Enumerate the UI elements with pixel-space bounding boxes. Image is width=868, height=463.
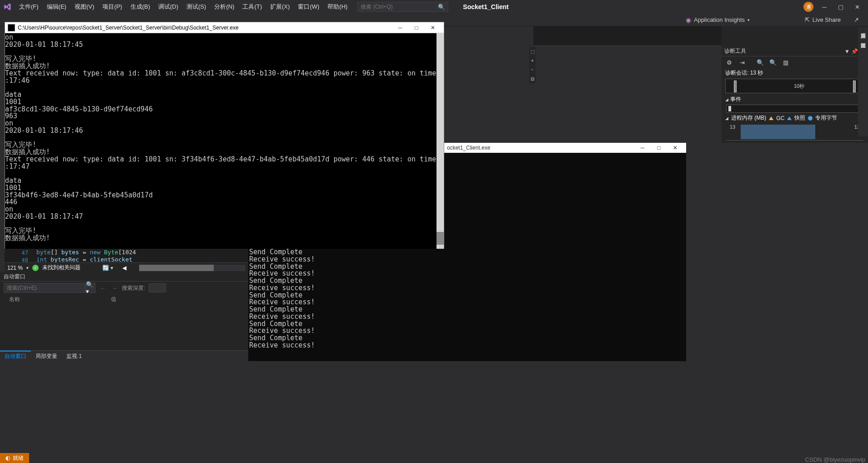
client-console-titlebar[interactable]: ocket1_Client.exe ─ □ ✕ (444, 143, 686, 153)
app-insights-button[interactable]: ◉ Application Insights ▾ (686, 16, 750, 24)
editor-gutter: 47 48 (5, 249, 36, 264)
quick-search-box[interactable]: 🔍 (357, 2, 448, 12)
gear-icon[interactable]: ⚙ (725, 58, 733, 66)
timeline-marker-end[interactable] (853, 81, 856, 92)
menu-extensions[interactable]: 扩展(X) (266, 1, 293, 12)
nav-back-icon[interactable]: 🔄 ▾ (102, 265, 113, 271)
zoom-out-icon[interactable]: 🔍 (769, 58, 777, 66)
gc-legend-label: GC (776, 115, 784, 121)
menu-file[interactable]: 文件(F) (15, 1, 42, 12)
client-close-icon[interactable]: ✕ (667, 143, 683, 152)
autos-prev-icon[interactable]: ← (99, 284, 107, 292)
share-icon: ⇱ (805, 16, 810, 23)
diagnostics-timeline[interactable]: 10秒 (725, 79, 864, 93)
events-track[interactable] (726, 105, 863, 113)
console-minimize-icon[interactable]: ─ (392, 23, 408, 32)
plus-icon[interactable]: + (531, 58, 534, 63)
autos-search-input[interactable] (4, 283, 85, 293)
export-icon[interactable]: ⇥ (738, 58, 746, 66)
code-editor-fragment[interactable]: 47 48 byte[] bytes = new Byte[1024 int b… (5, 249, 248, 264)
quick-search-input[interactable] (361, 4, 438, 10)
tab-locals[interactable]: 局部变量 (31, 351, 62, 361)
zoom-percent[interactable]: 121 % (7, 265, 23, 271)
server-console-window: C:\Users\HP\source\repos\Socket1_Server\… (5, 22, 444, 249)
tracking-icon[interactable]: ⊟ (531, 76, 534, 81)
user-avatar[interactable]: 通 (803, 2, 813, 12)
tab-watch1[interactable]: 监视 1 (62, 351, 86, 361)
bulb-icon: ◉ (686, 16, 691, 24)
memory-section-header[interactable]: ◢ 进程内存 (MB) GC 快照 专用字节 (722, 113, 868, 123)
server-console-content[interactable]: on 2020-01-01 18:17:45 写入完毕! 数据插入成功! Tex… (5, 33, 444, 249)
menu-debug[interactable]: 调试(D) (155, 1, 182, 12)
window-maximize-icon[interactable]: ▢ (835, 1, 846, 12)
dropdown-icon: ▾ (748, 18, 750, 22)
autos-next-icon[interactable]: → (110, 284, 118, 292)
diag-dropdown-icon[interactable]: ▼ (843, 48, 851, 55)
client-maximize-icon[interactable]: □ (651, 143, 667, 152)
menu-edit[interactable]: 编辑(E) (43, 1, 70, 12)
console-scrollbar-track[interactable] (437, 33, 444, 249)
live-share-button[interactable]: ⇱ Live Share (805, 16, 841, 23)
diag-pin-icon[interactable]: 📌 (851, 48, 858, 55)
send-feedback-icon[interactable]: ↗ (854, 16, 859, 23)
nav-left-icon[interactable]: ◀ (122, 265, 126, 271)
maximize-button-icon[interactable]: ⬚ (531, 49, 535, 54)
memory-icon[interactable]: ▥ (782, 58, 790, 66)
timeline-tick-label: 10秒 (794, 83, 804, 90)
menu-view[interactable]: 视图(V) (71, 1, 98, 12)
client-console-title: ocket1_Client.exe (447, 145, 490, 151)
server-console-title-path: C:\Users\HP\source\repos\Socket1_Server\… (18, 25, 392, 31)
watermark-text: CSDN @biyezuopinvip (805, 456, 865, 463)
editor-margin-controls: ⬚ + − ⊟ (529, 47, 536, 83)
menu-window[interactable]: 窗口(W) (294, 1, 323, 12)
editor-status-bar: 121 % ▾ ✓ 未找到相关问题 🔄 ▾ ◀ (5, 262, 248, 272)
autos-depth-combo[interactable] (149, 283, 166, 292)
console-close-icon[interactable]: ✕ (425, 23, 441, 32)
diagnostics-header[interactable]: 诊断工具 ▼ 📌 ✕ (722, 46, 868, 56)
server-console-titlebar[interactable]: C:\Users\HP\source\repos\Socket1_Server\… (5, 22, 444, 33)
editor-code-lines[interactable]: byte[] bytes = new Byte[1024 int bytesRe… (36, 249, 248, 264)
window-close-icon[interactable]: ✕ (852, 1, 863, 12)
autos-panel-title: 自动窗口 (0, 272, 248, 282)
diagnostics-session-label: 诊断会话: 13 秒 (722, 68, 868, 78)
zoom-dropdown-icon[interactable]: ▾ (26, 266, 29, 270)
timeline-marker-start[interactable] (734, 81, 737, 92)
client-minimize-icon[interactable]: ─ (634, 143, 651, 152)
issues-label: 未找到相关问题 (42, 264, 80, 272)
autos-search-button[interactable]: 🔍▾ (85, 283, 95, 293)
menu-bar: 文件(F) 编辑(E) 视图(V) 项目(P) 生成(B) 调试(D) 测试(S… (0, 0, 868, 14)
project-name-label: Socket1_Client (463, 3, 508, 10)
cmd-icon (8, 24, 15, 31)
autos-col-name[interactable]: 名称 (9, 296, 20, 303)
vs-logo-icon (2, 1, 13, 12)
memory-chart-area (741, 125, 815, 139)
memory-value-left: 13 (730, 124, 735, 130)
menubar-right: 通 ─ ▢ ✕ (803, 1, 866, 12)
minus-icon[interactable]: − (531, 67, 534, 72)
tab-autos[interactable]: 自动窗口 (0, 351, 31, 361)
menu-tools[interactable]: 工具(T) (239, 1, 266, 12)
menu-help[interactable]: 帮助(H) (324, 1, 351, 12)
horizontal-scrollbar[interactable] (139, 265, 246, 271)
window-minimize-icon[interactable]: ─ (819, 1, 830, 12)
menu-build[interactable]: 生成(B) (127, 1, 154, 12)
autos-search-row: 🔍▾ ← → 搜索深度: (0, 282, 248, 294)
console-scrollbar-thumb[interactable] (437, 232, 444, 245)
status-bar: ◐ 就绪 (0, 453, 248, 463)
private-bytes-legend-icon (808, 116, 813, 121)
diagnostics-toolbar: ⚙ ⇥ 🔍 🔍 ▥ (722, 56, 868, 68)
client-console-body[interactable] (444, 153, 686, 361)
private-bytes-legend-label: 专用字节 (815, 114, 837, 122)
autos-panel: 自动窗口 🔍▾ ← → 搜索深度: 名称 值 (0, 272, 248, 361)
events-section-header[interactable]: ◢ 事件 (722, 94, 868, 105)
autos-col-value[interactable]: 值 (111, 296, 116, 303)
diagnostics-panel: 诊断工具 ▼ 📌 ✕ ⚙ ⇥ 🔍 🔍 ▥ 诊断会话: 13 秒 10秒 ◢ 事件… (722, 26, 868, 143)
console-maximize-icon[interactable]: □ (408, 23, 425, 32)
app-insights-label: Application Insights (694, 16, 745, 23)
menu-test[interactable]: 测试(S) (183, 1, 210, 12)
menu-project[interactable]: 项目(P) (99, 1, 125, 12)
menu-analyze[interactable]: 分析(N) (211, 1, 238, 12)
event-marker (728, 106, 731, 111)
memory-chart[interactable]: 13 13 (726, 123, 863, 141)
zoom-in-icon[interactable]: 🔍 (756, 58, 764, 66)
